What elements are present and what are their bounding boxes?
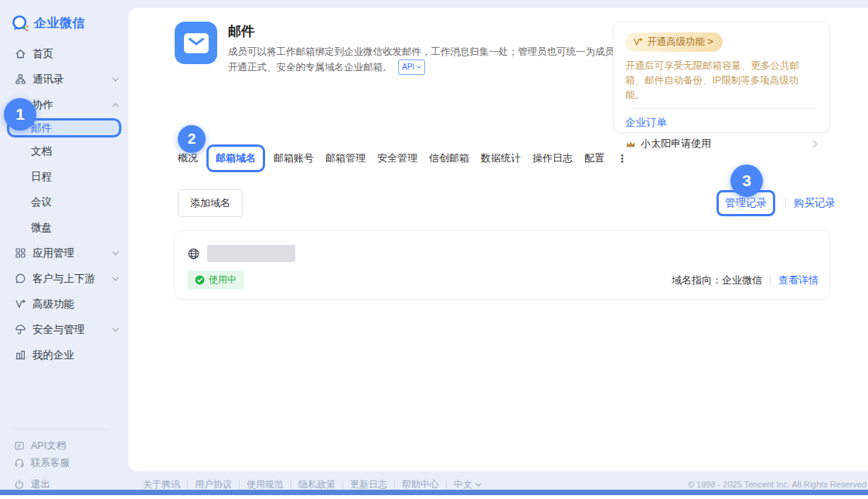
org-chart-icon <box>14 73 26 86</box>
add-domain-button[interactable]: 添加域名 <box>178 189 243 217</box>
promo-divider <box>625 108 818 109</box>
sidebar-item-label: 应用管理 <box>32 246 74 260</box>
purchase-records-link[interactable]: 购买记录 <box>794 196 836 210</box>
records-divider <box>785 198 786 209</box>
sidebar-item-label: API文档 <box>31 440 66 453</box>
sidebar-item-customers[interactable]: 客户与上下游 <box>0 266 128 291</box>
order-item-label: 小太阳申请使用 <box>641 137 711 151</box>
mail-app-icon <box>175 22 217 64</box>
grid-icon <box>14 247 26 260</box>
more-tabs-icon[interactable]: ⋮ <box>617 152 628 165</box>
order-item-row[interactable]: 小太阳申请使用 <box>625 137 818 151</box>
sidebar-item-meeting[interactable]: 会议 <box>0 189 128 215</box>
sidebar-item-label: 高级功能 <box>32 297 74 311</box>
status-badge: 使用中 <box>187 270 244 290</box>
sidebar-item-label: 安全与管理 <box>32 323 85 337</box>
tab-data-statistics[interactable]: 数据统计 <box>481 151 521 165</box>
sidebar-item-security[interactable]: 安全与管理 <box>0 317 128 342</box>
footer-link-about[interactable]: 关于腾讯 <box>143 478 180 491</box>
tab-security-management[interactable]: 安全管理 <box>377 151 417 165</box>
copyright-text: © 1998 - 2025 Tencent Inc. All Rights Re… <box>688 480 866 489</box>
tab-settings[interactable]: 配置 <box>584 151 604 165</box>
sidebar-item-label: 会议 <box>31 195 52 209</box>
sidebar-item-label: 邮件 <box>31 121 52 135</box>
sidebar-divider <box>14 429 107 429</box>
sidebar-item-label: 通讯录 <box>32 73 64 87</box>
points-value: 企业微信 <box>722 273 762 287</box>
brand-logo[interactable]: 企业微信 <box>12 15 85 32</box>
company-orders-link[interactable]: 企业订单 <box>625 116 818 130</box>
step-1-badge: 1 <box>4 98 36 131</box>
check-circle-icon <box>195 275 205 285</box>
sidebar-item-schedule[interactable]: 日程 <box>0 164 128 189</box>
tab-mail-management[interactable]: 邮箱管理 <box>325 151 366 165</box>
sidebar-item-home[interactable]: 首页 <box>0 41 128 66</box>
umbrella-icon <box>14 324 26 336</box>
footer-link-changelog[interactable]: 更新日志 <box>350 478 387 491</box>
sidebar-item-label: 日程 <box>31 170 52 184</box>
sidebar-item-contacts[interactable]: 通讯录 <box>0 66 128 92</box>
tab-operation-log[interactable]: 操作日志 <box>533 151 573 165</box>
footer-link-help[interactable]: 帮助中心 <box>402 478 439 491</box>
chevron-down-icon <box>417 66 421 69</box>
chevron-up-icon <box>112 103 119 107</box>
sidebar-item-label: 微盘 <box>31 221 52 235</box>
sidebar-item-label: 联系客服 <box>31 457 70 470</box>
tab-xinchuang-mail[interactable]: 信创邮箱 <box>429 151 469 165</box>
footer-links: 关于腾讯 用户协议 使用规范 隐私政策 更新日志 帮助中心 中文 <box>143 478 482 491</box>
info-divider <box>770 275 771 285</box>
globe-icon <box>187 247 200 260</box>
sidebar-item-label: 我的企业 <box>32 348 74 362</box>
sidebar-item-apps[interactable]: 应用管理 <box>0 240 128 266</box>
footer-link-privacy[interactable]: 隐私政策 <box>298 478 335 491</box>
sidebar-item-label: 文档 <box>31 144 52 158</box>
footer-link-usage[interactable]: 使用规范 <box>247 478 284 491</box>
view-details-link[interactable]: 查看详情 <box>778 273 819 287</box>
bottom-white-strip <box>0 495 868 499</box>
upgrade-premium-pill[interactable]: 开通高级功能 > <box>625 32 723 52</box>
app-header: 邮件 成员可以将工作邮箱绑定到企业微信收发邮件，工作消息归集一处；管理员也可统一… <box>175 22 618 76</box>
chevron-down-icon <box>475 483 482 487</box>
sidebar-item-docs[interactable]: 文档 <box>0 138 128 164</box>
sidebar-item-advanced[interactable]: 高级功能 <box>0 291 128 317</box>
sparkle-v-icon <box>14 298 26 311</box>
home-icon <box>14 48 26 60</box>
bottom-blue-bar <box>0 490 868 495</box>
headset-icon <box>14 457 25 468</box>
domain-name-row <box>187 245 295 262</box>
domain-card: 使用中 域名指向： 企业微信 查看详情 <box>174 230 830 300</box>
tab-mail-accounts[interactable]: 邮箱账号 <box>274 151 314 165</box>
api-doc-icon <box>14 440 25 451</box>
upgrade-premium-label: 开通高级功能 > <box>647 36 713 49</box>
step-3-badge: 3 <box>730 165 763 197</box>
api-dropdown-badge[interactable]: API <box>398 59 425 75</box>
sidebar-item-label: 客户与上下游 <box>32 272 95 286</box>
sidebar-item-support[interactable]: 联系客服 <box>0 454 128 471</box>
chevron-right-icon <box>812 140 818 148</box>
domain-name-redacted <box>207 245 295 262</box>
status-label: 使用中 <box>209 273 237 287</box>
sidebar-item-company[interactable]: 我的企业 <box>0 342 128 368</box>
language-selector[interactable]: 中文 <box>454 478 482 491</box>
chevron-down-icon <box>112 277 119 281</box>
tab-bar: 概况 邮箱域名 邮箱账号 邮箱管理 安全管理 信创邮箱 数据统计 操作日志 配置… <box>178 144 628 172</box>
tab-overview[interactable]: 概况 <box>178 151 198 165</box>
domain-points-info: 域名指向： 企业微信 查看详情 <box>672 273 819 287</box>
step-2-badge: 2 <box>178 125 206 153</box>
chevron-down-icon <box>112 328 119 332</box>
sidebar-item-label: 首页 <box>32 47 53 61</box>
points-label: 域名指向： <box>672 273 722 287</box>
sidebar: 企业微信 首页 通讯录 协作 邮件 <box>0 0 128 499</box>
main-content: 邮件 成员可以将工作邮箱绑定到企业微信收发邮件，工作消息归集一处；管理员也可统一… <box>128 8 868 471</box>
footer-link-agreement[interactable]: 用户协议 <box>195 478 232 491</box>
brand-name: 企业微信 <box>34 15 85 32</box>
premium-promo-card: 开通高级功能 > 开通后可享受无限邮箱容量、更多公共邮箱、邮件自动备份、IP限制… <box>613 22 830 133</box>
sidebar-item-api-docs[interactable]: API文档 <box>0 437 128 454</box>
building-icon <box>14 349 26 362</box>
chevron-down-icon <box>112 251 119 256</box>
page-description: 成员可以将工作邮箱绑定到企业微信收发邮件，工作消息归集一处；管理员也可统一为成员… <box>228 45 618 76</box>
chat-bubble-icon <box>14 273 26 285</box>
sidebar-menu: 首页 通讯录 协作 邮件 文档 日程 <box>0 41 128 368</box>
sidebar-item-drive[interactable]: 微盘 <box>0 215 128 240</box>
tab-mail-domain[interactable]: 邮箱域名 <box>206 144 265 172</box>
